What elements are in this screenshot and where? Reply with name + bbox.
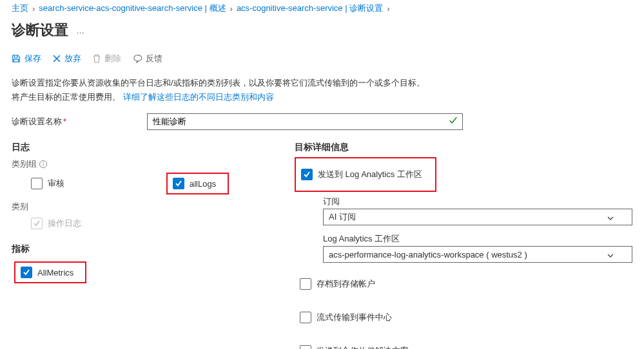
allmetrics-checkbox[interactable]	[21, 267, 32, 278]
chevron-down-icon	[607, 250, 614, 259]
audit-checkbox-row[interactable]: 审核	[26, 175, 70, 192]
subscription-select[interactable]: AI 订阅	[323, 209, 632, 225]
allmetrics-checkbox-row[interactable]: AllMetrics	[14, 261, 86, 283]
chevron-right-icon: ›	[230, 4, 233, 14]
metrics-heading: 指标	[12, 243, 269, 255]
audit-label: 审核	[48, 178, 64, 189]
feedback-icon	[133, 54, 142, 63]
desc-line1: 诊断设置指定你要从资源收集的平台日志和/或指标的类别列表，以及你要将它们流式传输…	[12, 78, 425, 88]
operation-logs-checkbox	[31, 218, 43, 229]
learn-more-link[interactable]: 详细了解这些日志的不同日志类别和内容	[123, 92, 274, 102]
page-title-row: 诊断设置 …	[0, 14, 644, 49]
alllogs-checkbox-row[interactable]: allLogs	[166, 173, 229, 194]
logs-heading: 日志	[12, 142, 269, 153]
alllogs-checkbox[interactable]	[173, 178, 184, 189]
breadcrumb: 主页 › search-service-acs-cognitive-search…	[0, 0, 644, 14]
destination-heading: 目标详细信息	[295, 142, 632, 153]
alllogs-label: allLogs	[190, 179, 216, 189]
feedback-label: 反馈	[146, 53, 162, 64]
close-icon	[53, 55, 61, 62]
ellipsis-icon[interactable]: …	[76, 26, 86, 35]
chevron-right-icon: ›	[32, 4, 35, 14]
operation-logs-row: 操作日志	[26, 215, 86, 232]
feedback-button[interactable]: 反馈	[133, 53, 162, 64]
required-star: *	[63, 117, 66, 126]
send-la-label: 发送到 Log Analytics 工作区	[318, 169, 422, 180]
destination-column: 目标详细信息 发送到 Log Analytics 工作区 订阅 AI 订阅 Lo…	[295, 137, 632, 349]
stream-eventhub-row[interactable]: 流式传输到事件中心	[295, 309, 397, 326]
workspace-select[interactable]: acs-performance-log-analytics-workspace …	[323, 246, 632, 263]
send-la-checkbox[interactable]	[301, 169, 313, 180]
stream-eventhub-checkbox[interactable]	[300, 312, 311, 323]
trash-icon	[93, 54, 101, 63]
breadcrumb-item1[interactable]: search-service-acs-cognitive-search-serv…	[39, 3, 226, 14]
toolbar: 保存 放弃 删除 反馈	[0, 49, 644, 68]
breadcrumb-item2[interactable]: acs-cognitive-search-service | 诊断设置	[237, 3, 383, 14]
subscription-value: AI 订阅	[329, 211, 356, 223]
logs-metrics-column: 日志 类别组 i 审核 allLogs 类别 操作日志 指标	[12, 137, 269, 349]
category-group-label: 类别组 i	[12, 158, 269, 170]
archive-storage-row[interactable]: 存档到存储帐户	[295, 276, 380, 292]
save-icon	[12, 54, 21, 63]
send-partner-label: 发送到合作伙伴解决方案	[317, 345, 409, 349]
save-label: 保存	[24, 53, 41, 64]
subscription-label: 订阅	[323, 196, 632, 207]
workspace-value: acs-performance-log-analytics-workspace …	[329, 250, 527, 259]
archive-storage-label: 存档到存储帐户	[317, 278, 375, 290]
diagnostic-name-input[interactable]	[147, 113, 463, 130]
stream-eventhub-label: 流式传输到事件中心	[317, 312, 392, 323]
info-icon[interactable]: i	[39, 160, 47, 168]
page-title: 诊断设置	[12, 21, 68, 40]
audit-checkbox[interactable]	[31, 178, 43, 189]
save-button[interactable]: 保存	[12, 53, 41, 64]
send-la-row[interactable]: 发送到 Log Analytics 工作区	[295, 157, 436, 192]
workspace-label: Log Analytics 工作区	[323, 233, 632, 245]
delete-button: 删除	[93, 53, 121, 64]
name-label: 诊断设置名称	[12, 117, 62, 126]
allmetrics-label: AllMetrics	[37, 268, 73, 278]
name-row: 诊断设置名称*	[0, 109, 644, 134]
chevron-down-icon	[607, 212, 614, 222]
discard-button[interactable]: 放弃	[53, 53, 81, 64]
breadcrumb-home[interactable]: 主页	[12, 3, 28, 14]
description: 诊断设置指定你要从资源收集的平台日志和/或指标的类别列表，以及你要将它们流式传输…	[0, 68, 644, 109]
check-icon	[449, 117, 458, 127]
send-partner-row[interactable]: 发送到合作伙伴解决方案	[295, 343, 414, 349]
archive-storage-checkbox[interactable]	[300, 278, 311, 290]
operation-logs-label: 操作日志	[48, 218, 81, 229]
chevron-right-icon: ›	[387, 4, 389, 14]
workspace-field: Log Analytics 工作区 acs-performance-log-an…	[323, 233, 632, 263]
category-label: 类别	[12, 201, 269, 212]
delete-label: 删除	[104, 53, 121, 64]
send-partner-checkbox[interactable]	[300, 345, 311, 349]
discard-label: 放弃	[64, 53, 81, 64]
subscription-field: 订阅 AI 订阅	[323, 196, 632, 225]
desc-line2-prefix: 将产生目标的正常使用费用。	[12, 92, 121, 102]
